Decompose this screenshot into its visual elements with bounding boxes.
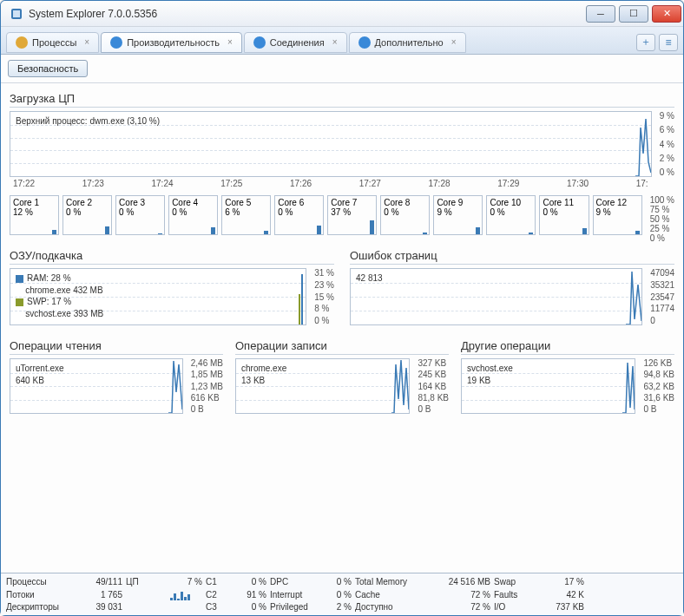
core-cell[interactable]: Core 20 %: [62, 195, 112, 235]
maximize-button[interactable]: ☐: [619, 5, 648, 23]
faults-chart[interactable]: 42 813: [350, 268, 642, 325]
reads-legend: uTorrent.exe640 KB: [16, 363, 64, 386]
ram-title: ОЗУ/подкачка: [10, 249, 334, 265]
menu-button[interactable]: ≡: [659, 34, 678, 51]
status-label: Доступно: [355, 602, 435, 612]
ram-chart[interactable]: RAM: 28 % chrome.exe 432 MB SWP: 17 % sv…: [10, 268, 306, 325]
core-cell[interactable]: Core 56 %: [221, 195, 271, 235]
status-label: Процессы: [6, 577, 76, 587]
square-icon: [16, 275, 23, 283]
status-value: 49/111: [79, 577, 122, 587]
tabstrip: Процессы× Производительность× Соединения…: [1, 27, 683, 55]
cpu-chart[interactable]: Верхний процесс: dwm.exe (3,10 %): [10, 111, 652, 177]
cpu-y-axis: 9 %6 %4 %2 %0 %: [657, 111, 674, 177]
new-tab-button[interactable]: ＋: [636, 34, 655, 51]
content-area: Загрузка ЦП Верхний процесс: dwm.exe (3,…: [1, 83, 683, 573]
writes-chart[interactable]: chrome.exe13 KB: [235, 358, 410, 414]
core-value: 0 %: [66, 207, 109, 217]
bar-icon: [317, 226, 321, 234]
spike-icon: [622, 359, 635, 413]
other-title: Другие операции: [461, 339, 674, 355]
bar-icon: [370, 220, 374, 234]
core-cell[interactable]: Core 110 %: [539, 195, 589, 235]
status-value: 0 %: [326, 577, 352, 587]
cpu-spike-icon: [635, 112, 651, 176]
writes-title: Операции записи: [235, 339, 449, 355]
status-value: 72 %: [438, 590, 490, 600]
core-cell[interactable]: Core 30 %: [115, 195, 165, 235]
bar-icon: [105, 226, 109, 234]
core-cell[interactable]: Core 129 %: [593, 195, 642, 235]
spike-icon: [391, 359, 409, 413]
core-name: Core 9: [437, 198, 479, 207]
tab-label: Производительность: [127, 37, 220, 48]
other-chart[interactable]: svchost.exe19 KB: [461, 358, 635, 414]
core-value: 6 %: [225, 207, 267, 217]
other-legend: svchost.exe19 KB: [467, 363, 513, 386]
core-cell[interactable]: Core 60 %: [274, 195, 324, 235]
core-cell[interactable]: Core 99 %: [433, 195, 483, 235]
security-button[interactable]: Безопасность: [8, 60, 88, 77]
status-value: 0 %: [237, 577, 266, 587]
core-cell[interactable]: Core 112 %: [10, 195, 59, 235]
writes-y-axis: 327 KB245 KB164 KB81,8 KB0 B: [415, 358, 449, 414]
bar-icon: [52, 230, 56, 234]
core-cell[interactable]: Core 737 %: [327, 195, 377, 235]
ram-y-axis: 31 %23 %15 %8 %0 %: [312, 268, 334, 325]
writes-legend: chrome.exe13 KB: [241, 363, 286, 386]
faults-title: Ошибок страниц: [350, 249, 674, 265]
svg-rect-1: [13, 10, 20, 17]
other-y-axis: 126 KB94,8 KB63,2 KB31,6 KB0 B: [641, 358, 674, 414]
status-label: Faults: [494, 590, 537, 600]
status-value: 72 %: [438, 602, 490, 612]
tab-close-icon[interactable]: ×: [332, 37, 338, 47]
bar-icon: [423, 233, 427, 234]
status-value: 2 %: [326, 602, 352, 612]
status-label: Interrupt: [270, 590, 322, 600]
status-value: 0 %: [237, 602, 266, 612]
core-value: 0 %: [384, 207, 426, 217]
status-label: Privileged: [270, 602, 322, 612]
status-label: I/O: [494, 602, 537, 612]
core-name: Core 2: [66, 198, 109, 207]
status-label: Total Memory: [355, 577, 435, 587]
core-cell[interactable]: Core 80 %: [380, 195, 430, 235]
tab-close-icon[interactable]: ×: [84, 37, 89, 47]
status-label: Swap: [494, 577, 537, 587]
reads-title: Операции чтения: [10, 339, 223, 355]
tab-label: Процессы: [32, 37, 76, 48]
status-value: 0 %: [326, 590, 352, 600]
info-icon: [358, 36, 371, 49]
tab-close-icon[interactable]: ×: [451, 37, 457, 47]
minimize-button[interactable]: ─: [586, 5, 615, 23]
status-label: ЦП: [126, 577, 164, 587]
core-name: Core 7: [331, 198, 373, 207]
bar-icon: [211, 227, 215, 234]
status-value: 24 516 MB: [438, 577, 490, 587]
faults-y-axis: 470943532123547117740: [648, 268, 674, 325]
tab-performance[interactable]: Производительность×: [101, 32, 242, 53]
app-icon: [10, 7, 23, 21]
ram-legend: RAM: 28 % chrome.exe 432 MB SWP: 17 % sv…: [16, 272, 103, 319]
faults-value: 42 813: [356, 272, 383, 285]
tab-label: Соединения: [270, 37, 325, 48]
status-label: C1: [206, 577, 233, 587]
status-label: Дескрипторы: [6, 602, 76, 612]
tab-extra[interactable]: Дополнительно×: [349, 32, 466, 53]
core-cell[interactable]: Core 40 %: [168, 195, 218, 235]
reads-chart[interactable]: uTorrent.exe640 KB: [10, 358, 183, 414]
titlebar[interactable]: System Explorer 7.0.0.5356 ─ ☐ ✕: [1, 1, 683, 27]
tab-close-icon[interactable]: ×: [227, 37, 233, 47]
core-cell[interactable]: Core 100 %: [486, 195, 536, 235]
sparkline-icon: [170, 588, 202, 600]
bar-icon: [476, 227, 480, 234]
tab-label: Дополнительно: [375, 37, 444, 48]
core-name: Core 4: [172, 198, 214, 207]
core-name: Core 6: [278, 198, 320, 207]
core-name: Core 5: [225, 198, 267, 207]
spike-icon: [168, 359, 182, 413]
tab-connections[interactable]: Соединения×: [244, 32, 347, 53]
core-value: 0 %: [119, 207, 161, 217]
close-button[interactable]: ✕: [652, 5, 681, 23]
tab-processes[interactable]: Процессы×: [6, 32, 99, 53]
